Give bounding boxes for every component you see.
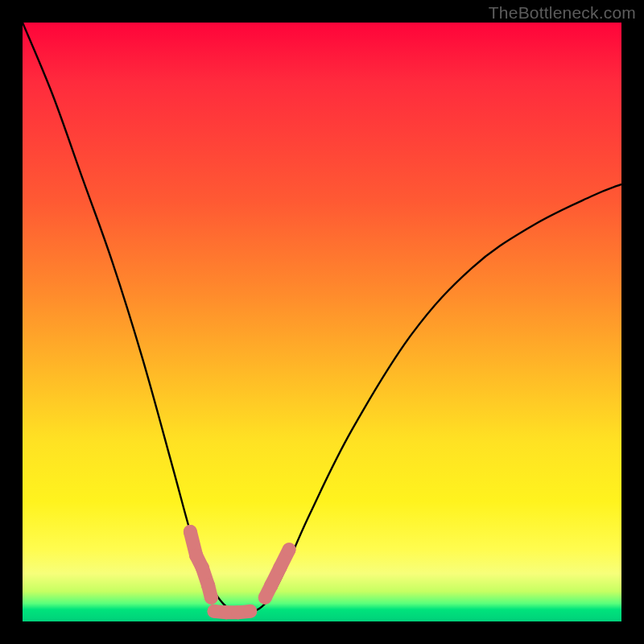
chart-frame: TheBottleneck.com: [0, 0, 644, 644]
marker-band: [184, 525, 296, 619]
svg-point-8: [204, 591, 218, 605]
main-curve: [23, 23, 621, 613]
svg-point-15: [243, 605, 257, 618]
curve-layer: [23, 23, 621, 621]
svg-point-22: [283, 543, 296, 556]
plot-area: [23, 23, 621, 621]
watermark-text: TheBottleneck.com: [489, 3, 636, 23]
